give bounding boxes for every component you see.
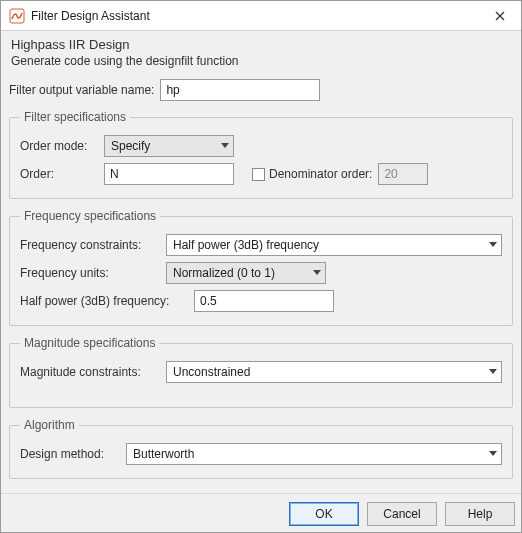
- titlebar: Filter Design Assistant: [1, 1, 521, 31]
- output-var-row: Filter output variable name:: [9, 76, 513, 104]
- freq-units-value: Normalized (0 to 1): [173, 266, 275, 280]
- mag-constraints-value: Unconstrained: [173, 365, 250, 379]
- window-title: Filter Design Assistant: [31, 9, 479, 23]
- order-mode-select[interactable]: Specify: [104, 135, 234, 157]
- chevron-down-icon: [221, 143, 229, 149]
- denominator-order-input: [378, 163, 428, 185]
- chevron-down-icon: [489, 451, 497, 457]
- denominator-order-label: Denominator order:: [269, 167, 372, 181]
- freq-constraints-value: Half power (3dB) frequency: [173, 238, 319, 252]
- ok-button[interactable]: OK: [289, 502, 359, 526]
- order-mode-value: Specify: [111, 139, 150, 153]
- mag-spec-legend: Magnitude specifications: [20, 336, 159, 350]
- denominator-order-checkbox[interactable]: Denominator order:: [252, 167, 372, 181]
- order-mode-label: Order mode:: [20, 139, 98, 153]
- freq-spec-group: Frequency specifications Frequency const…: [9, 209, 513, 326]
- freq-constraints-select[interactable]: Half power (3dB) frequency: [166, 234, 502, 256]
- filter-spec-legend: Filter specifications: [20, 110, 130, 124]
- output-var-input[interactable]: [160, 79, 320, 101]
- design-subtitle: Generate code using the designfilt funct…: [9, 54, 513, 76]
- filter-spec-group: Filter specifications Order mode: Specif…: [9, 110, 513, 199]
- design-method-select[interactable]: Butterworth: [126, 443, 502, 465]
- freq-constraints-label: Frequency constraints:: [20, 238, 160, 252]
- cancel-button[interactable]: Cancel: [367, 502, 437, 526]
- chevron-down-icon: [489, 369, 497, 375]
- freq-units-label: Frequency units:: [20, 266, 160, 280]
- order-label: Order:: [20, 167, 98, 181]
- mag-constraints-label: Magnitude constraints:: [20, 365, 160, 379]
- algo-legend: Algorithm: [20, 418, 79, 432]
- button-bar: OK Cancel Help: [1, 493, 521, 532]
- app-icon: [9, 8, 25, 24]
- algo-group: Algorithm Design method: Butterworth: [9, 418, 513, 479]
- output-var-label: Filter output variable name:: [9, 83, 154, 97]
- mag-constraints-select[interactable]: Unconstrained: [166, 361, 502, 383]
- freq-spec-legend: Frequency specifications: [20, 209, 160, 223]
- design-method-value: Butterworth: [133, 447, 194, 461]
- hpf-input[interactable]: [194, 290, 334, 312]
- help-button[interactable]: Help: [445, 502, 515, 526]
- order-input[interactable]: [104, 163, 234, 185]
- chevron-down-icon: [489, 242, 497, 248]
- close-button[interactable]: [479, 1, 521, 31]
- hpf-label: Half power (3dB) frequency:: [20, 294, 188, 308]
- dialog-window: Filter Design Assistant Highpass IIR Des…: [0, 0, 522, 533]
- checkbox-box: [252, 168, 265, 181]
- close-icon: [495, 11, 505, 21]
- design-title: Highpass IIR Design: [9, 35, 513, 54]
- chevron-down-icon: [313, 270, 321, 276]
- dialog-content: Highpass IIR Design Generate code using …: [1, 31, 521, 493]
- design-method-label: Design method:: [20, 447, 120, 461]
- freq-units-select[interactable]: Normalized (0 to 1): [166, 262, 326, 284]
- mag-spec-group: Magnitude specifications Magnitude const…: [9, 336, 513, 408]
